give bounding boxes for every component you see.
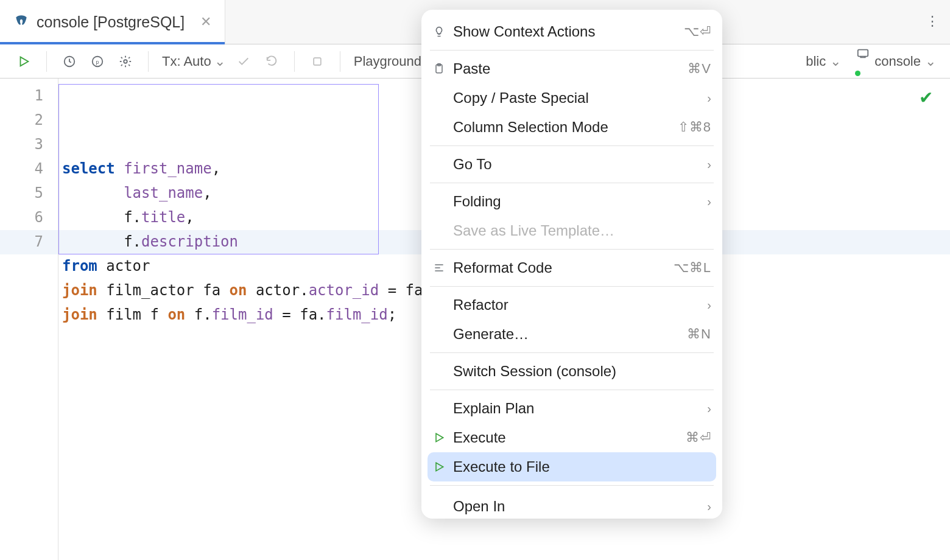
menu-paste[interactable]: Paste ⌘V — [421, 54, 722, 83]
tx-mode-selector[interactable]: Tx: Auto ⌄ — [162, 54, 225, 69]
menu-execute[interactable]: Execute ⌘⏎ — [421, 423, 722, 452]
sql-keyword: on — [167, 306, 185, 323]
sql-column: last_name — [124, 184, 203, 201]
sql-alias: fa — [406, 282, 423, 299]
run-icon[interactable] — [15, 52, 33, 71]
sql-table: film_actor — [106, 282, 194, 299]
chevron-down-icon: ⌄ — [831, 57, 840, 66]
chevron-right-icon: › — [707, 195, 711, 209]
sql-column: actor_id — [309, 282, 379, 299]
menu-label: Paste — [453, 60, 688, 77]
separator — [340, 51, 340, 72]
line-number-gutter: 1 2 3 4 5 6 7 — [0, 79, 58, 560]
play-icon — [430, 461, 448, 473]
line-number: 6 — [0, 205, 43, 229]
separator — [294, 51, 295, 72]
menu-column-selection-mode[interactable]: Column Selection Mode ⇧⌘8 — [421, 113, 722, 142]
line-number: 3 — [0, 132, 43, 156]
menu-explain-plan[interactable]: Explain Plan › — [421, 394, 722, 423]
menu-label: Generate… — [453, 326, 687, 343]
schema-selector[interactable]: blic ⌄ — [806, 54, 840, 69]
svg-rect-5 — [858, 49, 868, 56]
sql-alias: f — [194, 306, 203, 323]
stop-icon[interactable] — [308, 52, 326, 71]
menu-reformat-code[interactable]: Reformat Code ⌥⌘L — [421, 253, 722, 282]
sql-alias: fa — [300, 306, 317, 323]
menu-separator — [430, 485, 714, 486]
menu-label: Copy / Paste Special — [453, 89, 707, 107]
menu-separator — [430, 50, 714, 51]
sql-column: film_id — [326, 306, 388, 323]
session-selector[interactable]: console ⌄ — [856, 47, 935, 76]
sql-terminator: ; — [388, 306, 396, 323]
close-tab-icon[interactable]: ✕ — [200, 15, 211, 29]
play-icon — [430, 432, 448, 444]
chevron-right-icon: › — [707, 298, 711, 312]
reformat-icon — [430, 262, 448, 274]
line-number: 1 — [0, 83, 43, 108]
menu-separator — [430, 286, 714, 287]
chevron-right-icon: › — [707, 500, 711, 514]
sql-op: = — [273, 306, 300, 323]
menu-refactor[interactable]: Refactor › — [421, 290, 722, 320]
separator — [148, 51, 149, 72]
sql-alias: f — [150, 306, 159, 323]
menu-execute-to-file[interactable]: Execute to File — [427, 452, 716, 481]
commit-icon[interactable] — [234, 52, 253, 71]
sql-table: film — [106, 306, 141, 323]
svg-rect-4 — [314, 58, 321, 65]
schema-label: blic — [806, 54, 826, 69]
menu-separator — [430, 249, 714, 250]
menu-label: Go To — [453, 156, 707, 173]
sql-alias: fa — [203, 282, 220, 299]
history-icon[interactable] — [60, 52, 79, 71]
context-menu: Show Context Actions ⌥⏎ Paste ⌘V Copy / … — [421, 10, 722, 519]
menu-label: Switch Session (console) — [453, 363, 711, 380]
menu-switch-session[interactable]: Switch Session (console) — [421, 357, 722, 386]
menu-label: Save as Live Template… — [453, 222, 711, 239]
parameters-icon[interactable]: p — [88, 52, 107, 71]
menu-separator — [430, 390, 714, 390]
chevron-right-icon: › — [707, 91, 711, 105]
menu-go-to[interactable]: Go To › — [421, 150, 722, 179]
playground-label: Playground — [354, 54, 421, 69]
settings-icon[interactable] — [116, 52, 135, 71]
menu-separator — [430, 145, 714, 146]
inspection-ok-icon[interactable]: ✔ — [919, 88, 933, 108]
sql-op: = — [379, 282, 405, 299]
chevron-right-icon: › — [707, 402, 711, 416]
sql-keyword: select — [62, 160, 115, 177]
menu-folding[interactable]: Folding › — [421, 187, 722, 216]
console-session-icon — [856, 47, 870, 76]
menu-copy-paste-special[interactable]: Copy / Paste Special › — [421, 83, 722, 113]
sql-keyword: join — [62, 282, 97, 299]
editor-tab[interactable]: console [PostgreSQL] ✕ — [0, 0, 225, 44]
menu-label: Folding — [453, 193, 707, 210]
menu-separator — [430, 352, 714, 353]
postgres-icon — [13, 14, 29, 30]
sql-column: title — [141, 209, 185, 226]
chevron-down-icon: ⌄ — [926, 57, 935, 66]
tab-title: console [PostgreSQL] — [37, 13, 185, 31]
menu-show-context-actions[interactable]: Show Context Actions ⌥⏎ — [421, 17, 722, 46]
line-number: 4 — [0, 156, 43, 181]
menu-shortcut: ⌥⌘L — [674, 260, 711, 276]
menu-shortcut: ⌘N — [687, 326, 711, 342]
sql-table: actor — [256, 282, 300, 299]
menu-shortcut: ⇧⌘8 — [678, 119, 711, 135]
menu-save-live-template: Save as Live Template… — [421, 216, 722, 245]
menu-label: Show Context Actions — [453, 23, 684, 40]
rollback-icon[interactable] — [262, 52, 281, 71]
tx-label: Tx: Auto — [162, 54, 211, 69]
chevron-right-icon: › — [707, 158, 711, 172]
menu-label: Reformat Code — [453, 259, 674, 276]
menu-label: Execute — [453, 429, 686, 446]
menu-open-in[interactable]: Open In › — [421, 489, 722, 519]
line-number: 5 — [0, 181, 43, 205]
sql-keyword: from — [62, 257, 97, 275]
menu-shortcut: ⌘⏎ — [686, 430, 711, 446]
menu-generate[interactable]: Generate… ⌘N — [421, 320, 722, 349]
menu-label: Execute to File — [453, 458, 705, 475]
bulb-icon — [430, 26, 448, 38]
tabbar-more-icon[interactable]: ⋮ — [922, 11, 943, 32]
